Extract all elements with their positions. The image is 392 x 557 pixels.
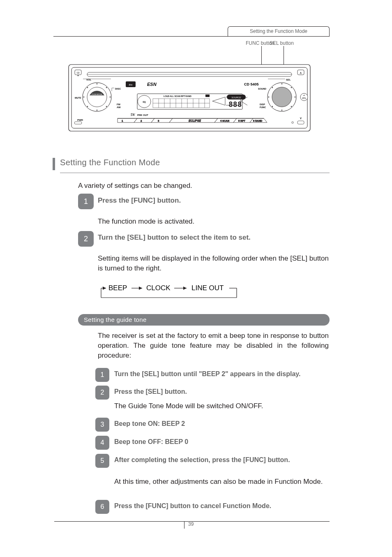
svg-text:↵: ↵ — [303, 94, 305, 97]
svg-point-33 — [272, 106, 273, 107]
step2-result: Setting items will be displayed in the f… — [98, 254, 329, 273]
guide-intro: The receiver is set at the factory to em… — [98, 331, 329, 361]
guide-tone-heading: Setting the guide tone — [78, 314, 330, 326]
svg-point-14 — [106, 87, 107, 88]
step-badge-2: 2 — [78, 231, 94, 247]
svg-point-27 — [268, 97, 269, 97]
esn-label: ESN — [147, 82, 157, 87]
page-number: 39 — [188, 521, 194, 527]
svg-point-32 — [291, 87, 292, 88]
section-rule — [60, 173, 330, 173]
svg-text:6  RAND: 6 RAND — [253, 120, 263, 122]
disc-label: DISC — [115, 88, 121, 90]
sub-badge-4: 4 — [95, 436, 109, 450]
step1-action: Press the [FUNC] button. — [98, 196, 181, 205]
svg-point-31 — [272, 87, 273, 88]
sub-badge-3: 3 — [95, 418, 109, 432]
sub-badge-5: 5 — [95, 454, 109, 468]
svg-marker-71 — [183, 287, 187, 290]
svg-text:CLOCK: CLOCK — [146, 284, 171, 292]
preout-label: 5V — [131, 113, 136, 117]
indicators-label: LOUD ALL SCAN RPT RAND — [164, 95, 191, 97]
cycle-diagram: BEEP CLOCK LINE OUT — [98, 284, 242, 304]
svg-point-15 — [87, 106, 88, 107]
svg-point-10 — [110, 97, 111, 97]
disp-label: DISP — [260, 103, 265, 106]
svg-point-28 — [295, 97, 295, 97]
intro-text: A variety of settings can be changed. — [78, 181, 330, 191]
header-tab: Setting the Function Mode — [228, 26, 330, 36]
svg-point-16 — [106, 106, 107, 107]
push-mode-label: PUSH MODE — [92, 93, 102, 95]
footer-tick — [184, 521, 184, 529]
am-label: AM — [117, 106, 120, 109]
svg-text:BEEP: BEEP — [108, 284, 127, 292]
page: Setting the Function Mode FUNC button SE… — [0, 0, 392, 557]
svg-marker-69 — [139, 287, 142, 290]
svg-text:LINE OUT: LINE OUT — [191, 284, 224, 292]
guide-s6: Press the [FUNC] button to cancel Functi… — [114, 502, 328, 510]
model-label: CD 5405 — [244, 82, 259, 86]
guide-s4: Beep tone OFF: BEEP 0 — [114, 438, 328, 446]
sub-badge-1: 1 — [95, 368, 109, 382]
guide-s2-action: Press the [SEL] button. — [114, 388, 328, 395]
svg-text:888: 888 — [228, 100, 242, 109]
eq-label: EQ — [143, 101, 145, 103]
svg-point-30 — [281, 110, 282, 111]
guide-s1: Turn the [SEL] button until "BEEP 2" app… — [114, 370, 328, 378]
device-diagram: CD ▲ VOL PUSH MODE DISC MUTE FM AM PWR ∧ — [68, 64, 311, 132]
sub-badge-2: 2 — [95, 386, 109, 400]
svg-point-34 — [291, 106, 292, 107]
fm-label: FM — [117, 103, 120, 106]
guide-s5-action: After completing the selection, press th… — [114, 456, 328, 464]
svg-text:disc: disc — [129, 83, 133, 86]
sel-label: SEL — [286, 79, 291, 81]
guide-s5-result: At this time, other adjustments can also… — [114, 477, 329, 487]
section-title: Setting the Function Mode — [60, 158, 160, 167]
guide-s2-result: The Guide Tone Mode will be switched ON/… — [114, 401, 329, 411]
svg-text:5    RPT: 5 RPT — [238, 120, 245, 122]
svg-text:ECLIPSE: ECLIPSE — [189, 119, 201, 122]
svg-point-9 — [83, 97, 84, 97]
sub-badge-6: 6 — [95, 500, 109, 514]
section-title-bar — [53, 158, 55, 170]
svg-text:4  SCAN: 4 SCAN — [220, 120, 229, 122]
svg-text:∧: ∧ — [300, 71, 302, 75]
svg-point-29 — [281, 83, 282, 84]
rtn-label: RTN — [302, 97, 306, 99]
svg-point-11 — [97, 83, 97, 84]
svg-point-26 — [272, 87, 292, 107]
step2-action: Turn the [SEL] button to select the item… — [98, 233, 251, 242]
pwr-label: PWR — [77, 119, 83, 121]
pointer-label-sel: SEL button — [270, 40, 294, 46]
svg-rect-42 — [205, 95, 210, 97]
func-label: FUNC — [260, 106, 266, 109]
mute-label: MUTE — [75, 97, 81, 99]
guide-s3: Beep tone ON: BEEP 2 — [114, 420, 328, 428]
step-badge-1: 1 — [78, 194, 94, 209]
svg-marker-77 — [103, 287, 106, 290]
svg-point-8 — [87, 87, 107, 107]
source-label: SOURCE — [231, 96, 241, 99]
svg-text:PRE OUT: PRE OUT — [137, 114, 148, 116]
sound-label: SOUND — [258, 88, 266, 90]
step1-result: The function mode is activated. — [98, 217, 329, 226]
svg-point-12 — [97, 110, 97, 111]
svg-text:▲: ▲ — [77, 74, 79, 76]
svg-point-13 — [87, 87, 88, 88]
header-rule — [53, 36, 330, 37]
svg-text:∨: ∨ — [300, 116, 302, 120]
